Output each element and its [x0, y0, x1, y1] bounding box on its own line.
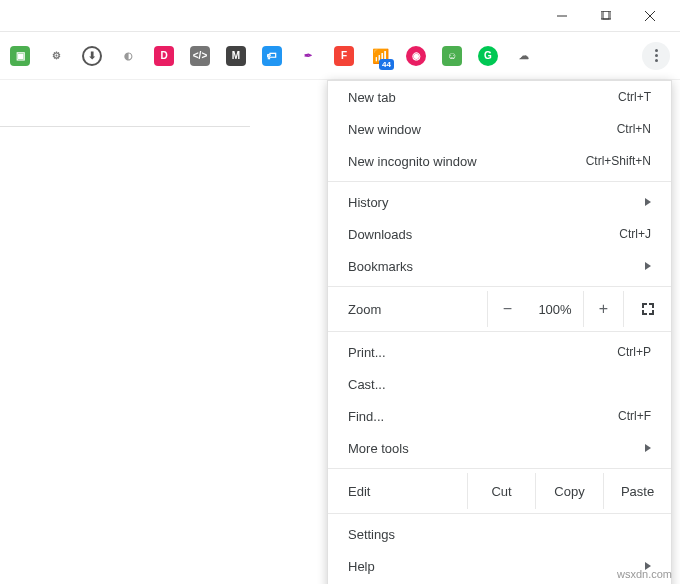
menu-more-tools[interactable]: More tools [328, 432, 671, 464]
zoom-in-button[interactable]: + [583, 291, 623, 327]
menu-shortcut: Ctrl+F [618, 409, 651, 423]
menu-label: New incognito window [348, 154, 586, 169]
watermark: wsxdn.com [617, 568, 672, 580]
menu-label: Print... [348, 345, 617, 360]
menu-label: Help [348, 559, 645, 574]
menu-label: Find... [348, 409, 618, 424]
paste-button[interactable]: Paste [603, 473, 671, 509]
minimize-button[interactable] [540, 1, 584, 31]
extension-icon-3[interactable]: ⬇ [82, 46, 102, 66]
page-separator [0, 126, 250, 127]
extension-icon-14[interactable]: G [478, 46, 498, 66]
menu-label: Bookmarks [348, 259, 645, 274]
menu-label: Downloads [348, 227, 619, 242]
menu-shortcut: Ctrl+Shift+N [586, 154, 651, 168]
zoom-out-button[interactable]: − [487, 291, 527, 327]
svg-rect-2 [603, 11, 611, 19]
fullscreen-button[interactable] [623, 291, 671, 327]
menu-edit-row: Edit Cut Copy Paste [328, 473, 671, 509]
menu-zoom-row: Zoom − 100% + [328, 291, 671, 327]
more-vert-icon [655, 49, 658, 62]
menu-label: History [348, 195, 645, 210]
menu-shortcut: Ctrl+J [619, 227, 651, 241]
menu-label: Settings [348, 527, 651, 542]
menu-new-window[interactable]: New window Ctrl+N [328, 113, 671, 145]
menu-bookmarks[interactable]: Bookmarks [328, 250, 671, 282]
menu-separator [328, 513, 671, 514]
extension-icon-5[interactable]: D [154, 46, 174, 66]
extension-icon-9[interactable]: ✒ [298, 46, 318, 66]
zoom-value: 100% [527, 302, 583, 317]
menu-label: New tab [348, 90, 618, 105]
edit-label: Edit [348, 484, 467, 499]
extension-icon-12[interactable]: ◉ [406, 46, 426, 66]
menu-separator [328, 181, 671, 182]
close-button[interactable] [628, 1, 672, 31]
badge-count: 44 [379, 59, 394, 70]
menu-label: Cast... [348, 377, 651, 392]
fullscreen-icon [642, 303, 654, 315]
menu-shortcut: Ctrl+N [617, 122, 651, 136]
menu-label: More tools [348, 441, 645, 456]
menu-separator [328, 331, 671, 332]
extensions-toolbar: ▣ ⚙ ⬇ ◐ D </> M 🏷 ✒ F 📶44 ◉ ☺ G ☁ [0, 32, 680, 80]
menu-new-incognito[interactable]: New incognito window Ctrl+Shift+N [328, 145, 671, 177]
extension-icon-7[interactable]: M [226, 46, 246, 66]
extension-icon-6[interactable]: </> [190, 46, 210, 66]
extension-icon-11[interactable]: 📶44 [370, 46, 390, 66]
menu-history[interactable]: History [328, 186, 671, 218]
extension-icon-2[interactable]: ⚙ [46, 46, 66, 66]
chevron-right-icon [645, 198, 651, 206]
chevron-right-icon [645, 262, 651, 270]
menu-cast[interactable]: Cast... [328, 368, 671, 400]
cut-button[interactable]: Cut [467, 473, 535, 509]
menu-downloads[interactable]: Downloads Ctrl+J [328, 218, 671, 250]
menu-new-tab[interactable]: New tab Ctrl+T [328, 81, 671, 113]
extension-icon-4[interactable]: ◐ [118, 46, 138, 66]
menu-label: New window [348, 122, 617, 137]
extension-icon-1[interactable]: ▣ [10, 46, 30, 66]
extension-icon-15[interactable]: ☁ [514, 46, 534, 66]
menu-shortcut: Ctrl+T [618, 90, 651, 104]
menu-separator [328, 286, 671, 287]
zoom-label: Zoom [348, 302, 487, 317]
copy-button[interactable]: Copy [535, 473, 603, 509]
menu-separator [328, 468, 671, 469]
menu-print[interactable]: Print... Ctrl+P [328, 336, 671, 368]
menu-settings[interactable]: Settings [328, 518, 671, 550]
menu-button[interactable] [642, 42, 670, 70]
extension-icon-8[interactable]: 🏷 [262, 46, 282, 66]
window-titlebar [0, 0, 680, 32]
extension-icon-13[interactable]: ☺ [442, 46, 462, 66]
maximize-button[interactable] [584, 1, 628, 31]
menu-find[interactable]: Find... Ctrl+F [328, 400, 671, 432]
extension-icon-10[interactable]: F [334, 46, 354, 66]
chrome-menu: New tab Ctrl+T New window Ctrl+N New inc… [327, 80, 672, 584]
menu-shortcut: Ctrl+P [617, 345, 651, 359]
chevron-right-icon [645, 444, 651, 452]
svg-rect-1 [601, 11, 609, 19]
